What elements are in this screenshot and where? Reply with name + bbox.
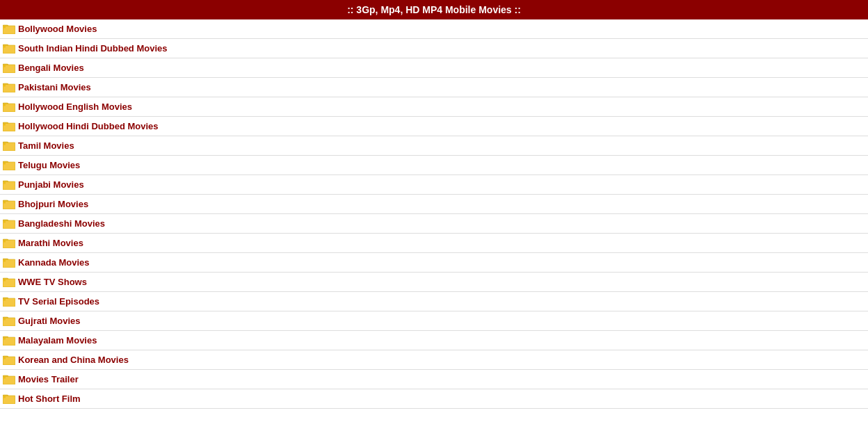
folder-link[interactable]: Bangladeshi Movies — [18, 218, 105, 229]
folder-icon — [3, 121, 15, 131]
folder-icon — [3, 82, 15, 92]
svg-rect-21 — [3, 221, 6, 223]
svg-rect-39 — [3, 396, 6, 398]
folder-icon — [3, 63, 15, 73]
folder-link[interactable]: Tamil Movies — [18, 140, 74, 151]
svg-rect-13 — [3, 143, 6, 145]
list-item: Hot Short Film — [0, 389, 868, 409]
svg-rect-37 — [3, 377, 6, 379]
list-item: Kannada Movies — [0, 253, 868, 273]
folder-link[interactable]: TV Serial Episodes — [18, 296, 99, 307]
list-item: Gujrati Movies — [0, 311, 868, 331]
folder-icon — [3, 102, 15, 112]
folder-icon — [3, 24, 15, 34]
svg-rect-9 — [3, 104, 6, 106]
folder-link[interactable]: Movies Trailer — [18, 374, 79, 384]
folder-icon — [3, 316, 15, 326]
svg-rect-31 — [3, 318, 6, 321]
folder-link[interactable]: WWE TV Shows — [18, 277, 87, 287]
folder-icon — [3, 335, 15, 346]
list-item: Marathi Movies — [0, 234, 868, 253]
folder-icon — [3, 355, 15, 365]
folder-link[interactable]: Gujrati Movies — [18, 316, 81, 326]
folder-icon — [3, 238, 15, 248]
list-item: Bhojpuri Movies — [0, 195, 868, 214]
list-item: Movies Trailer — [0, 370, 868, 389]
svg-rect-1 — [3, 26, 6, 29]
list-item: Telugu Movies — [0, 156, 868, 175]
svg-rect-5 — [3, 65, 6, 67]
svg-rect-27 — [3, 279, 6, 282]
folder-link[interactable]: Bhojpuri Movies — [18, 199, 88, 209]
folder-icon — [3, 140, 15, 151]
folder-list-container: Bollywood Movies South Indian Hindi Dubb… — [0, 19, 868, 409]
list-item: Bollywood Movies — [0, 19, 868, 39]
folder-icon — [3, 43, 15, 54]
svg-rect-35 — [3, 357, 6, 359]
list-item: Korean and China Movies — [0, 350, 868, 370]
list-item: Punjabi Movies — [0, 175, 868, 195]
svg-rect-3 — [3, 46, 6, 48]
folder-link[interactable]: Bengali Movies — [18, 63, 84, 73]
header-bar: :: 3Gp, Mp4, HD MP4 Mobile Movies :: — [0, 0, 868, 19]
svg-rect-29 — [3, 299, 6, 301]
list-item: TV Serial Episodes — [0, 292, 868, 311]
folder-icon — [3, 374, 15, 384]
folder-link[interactable]: Pakistani Movies — [18, 82, 91, 92]
svg-rect-33 — [3, 338, 6, 340]
folder-link[interactable]: South Indian Hindi Dubbed Movies — [18, 43, 168, 54]
folder-icon — [3, 277, 15, 287]
folder-icon — [3, 257, 15, 268]
header-title: :: 3Gp, Mp4, HD MP4 Mobile Movies :: — [347, 4, 521, 15]
list-item: WWE TV Shows — [0, 273, 868, 292]
folder-link[interactable]: Hot Short Film — [18, 394, 81, 404]
folder-icon — [3, 296, 15, 307]
svg-rect-19 — [3, 202, 6, 204]
folder-link[interactable]: Kannada Movies — [18, 257, 90, 268]
folder-link[interactable]: Bollywood Movies — [18, 24, 97, 34]
list-item: Hollywood Hindi Dubbed Movies — [0, 117, 868, 136]
list-item: Pakistani Movies — [0, 78, 868, 97]
folder-icon — [3, 218, 15, 229]
list-item: Bangladeshi Movies — [0, 214, 868, 234]
list-item: South Indian Hindi Dubbed Movies — [0, 39, 868, 58]
folder-icon — [3, 199, 15, 209]
svg-rect-7 — [3, 85, 6, 87]
list-item: Bengali Movies — [0, 58, 868, 78]
svg-rect-23 — [3, 241, 6, 243]
folder-icon — [3, 179, 15, 190]
folder-link[interactable]: Punjabi Movies — [18, 179, 84, 190]
svg-rect-15 — [3, 163, 6, 165]
folder-link[interactable]: Hollywood Hindi Dubbed Movies — [18, 121, 159, 131]
svg-rect-11 — [3, 124, 6, 126]
folder-link[interactable]: Telugu Movies — [18, 160, 80, 170]
list-item: Malayalam Movies — [0, 331, 868, 350]
list-item: Tamil Movies — [0, 136, 868, 156]
svg-rect-17 — [3, 182, 6, 184]
list-item: Hollywood English Movies — [0, 97, 868, 117]
folder-link[interactable]: Korean and China Movies — [18, 355, 129, 365]
folder-link[interactable]: Malayalam Movies — [18, 335, 97, 346]
folder-link[interactable]: Marathi Movies — [18, 238, 83, 248]
folder-link[interactable]: Hollywood English Movies — [18, 102, 132, 112]
folder-icon — [3, 160, 15, 170]
svg-rect-25 — [3, 260, 6, 262]
folder-icon — [3, 394, 15, 404]
